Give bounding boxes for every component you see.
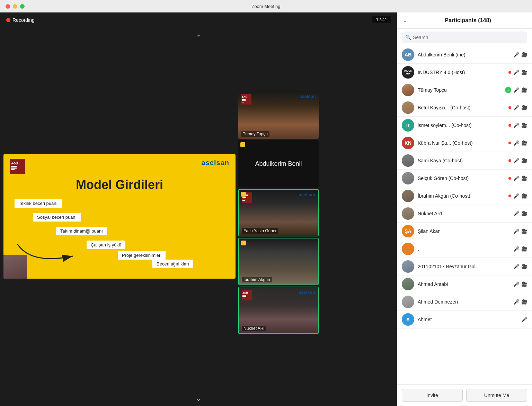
participant-row: · . 🎤̶ 🎥̶: [397, 240, 532, 258]
panel-title: Participants (148): [410, 17, 526, 24]
tile-agu-logo-nukhet: AGÜ: [242, 290, 252, 300]
mic-icon-nukhet: 🎤: [513, 211, 519, 216]
agu-logo-slide: AGÜ: [10, 159, 25, 174]
participant-icons-dot: 🎤̶ 🎥̶: [513, 246, 527, 252]
participant-name-ahmad: Ahmad Antabi: [418, 281, 510, 287]
participant-icons-ismet: 🎤̶ 🎥̶: [508, 123, 527, 128]
mic-muted-icon-kubra: 🎤̶: [513, 140, 519, 146]
tile-name-abdulkerim-center: Abdulkerim Benli: [255, 160, 302, 168]
title-bar: Zoom Meeting: [0, 0, 532, 12]
panel-collapse-button[interactable]: ⌄: [403, 18, 407, 23]
unmute-me-button[interactable]: Unmute Me: [466, 389, 527, 402]
cam-muted-icon-silan: 🎥̶: [521, 228, 527, 234]
cam-icon-ibrahim: 🎥: [521, 193, 527, 199]
participant-icons-beyzanur: 🎤̶ 🎥̶: [513, 264, 527, 269]
tile-brand-fatih: aselsan: [299, 192, 315, 197]
tile-name-nukhet: Nükhet ARI: [242, 326, 266, 331]
tile-header-nukhet: AGÜ aselsan: [242, 290, 315, 300]
traffic-lights: [6, 4, 25, 9]
mic-muted-icon-ahmad: 🎤̶: [513, 281, 519, 287]
participant-icons-tumay: + 🎤 🎥: [505, 87, 527, 93]
participant-row: Sami Kaya (Co-host) 🎤̶ 🎥̶: [397, 152, 532, 170]
svg-text:AGÜ: AGÜ: [242, 291, 248, 294]
svg-rect-19: [242, 296, 246, 297]
scroll-down-button[interactable]: ⌄: [196, 394, 202, 403]
avatar-selcuk: [402, 172, 414, 184]
video-area: Recording 12:41 ⌃ AGÜ aselsan: [0, 12, 397, 406]
tile-speaking-indicator-ibrahim: ⚡: [241, 241, 246, 245]
cam-muted-icon-sami: 🎥̶: [521, 158, 527, 163]
avatar-sami: [402, 154, 414, 167]
cam-muted-icon-dot: 🎥̶: [521, 246, 527, 252]
window-title: Zoom Meeting: [251, 4, 280, 9]
search-input[interactable]: [402, 31, 527, 43]
close-button[interactable]: [6, 4, 10, 9]
video-tile-nukhet: AGÜ aselsan Nükhet ARI: [238, 287, 319, 334]
avatar-silan: ŞA: [402, 225, 414, 237]
avatar-ismet: is: [402, 119, 414, 132]
video-tile-fatih: AGÜ aselsan ⚡ Fatih Yasin Güner: [238, 189, 319, 236]
stair-item-5: Proje gereksinimleri: [118, 251, 166, 260]
stairs-diagram: Teknik beceri puanı Sosyal beceri puanı …: [3, 192, 236, 268]
video-tile-abdulkerim: Abdulkerim Benli ⚡: [238, 140, 319, 188]
participant-name-nukhet-p: Nükhet ARI: [418, 211, 510, 216]
cam-muted-icon-selcuk: 🎥̶: [521, 175, 527, 181]
participant-icons-betul: 🎤 🎥: [508, 105, 527, 110]
cam-muted-icon-abdulkerim: 🎥̶: [521, 52, 527, 57]
fullscreen-button[interactable]: [20, 4, 25, 9]
participant-row: Betül Kayışo... (Co-host) 🎤 🎥: [397, 99, 532, 117]
recording-dot: [6, 18, 10, 22]
participant-name-ismet: ismet söylem... (Co-host): [418, 123, 505, 128]
cam-icon-betul: 🎥: [521, 105, 527, 110]
tile-speaking-indicator-abdulkerim: ⚡: [240, 142, 245, 147]
cam-muted-icon-industry: 🎥̶: [521, 70, 527, 75]
red-dot-ibrahim: [508, 195, 511, 197]
time-display: 12:41: [372, 16, 391, 23]
svg-rect-13: [242, 197, 246, 198]
recording-badge: Recording: [6, 17, 35, 23]
participant-row: 2011021017 Beyzanur Gül 🎤̶ 🎥̶: [397, 258, 532, 276]
participant-row: ŞA Şilan Akan 🎤̶ 🎥̶: [397, 223, 532, 240]
red-dot-industry: [508, 71, 511, 74]
participants-list: AB Abdulkerim Benli (me) 🎤̶ 🎥̶ INDUSTRY …: [397, 46, 532, 384]
participant-name-industry: INDUSTRY 4.0 (Host): [418, 70, 505, 75]
presentation-slide: AGÜ aselsan Model Girdileri Teknik becer…: [3, 154, 236, 279]
invite-button[interactable]: Invite: [402, 389, 463, 402]
participant-row: İbrahim Akgün (Co-host) 🎤 🎥: [397, 187, 532, 205]
aselsan-logo-slide: aselsan: [202, 159, 229, 167]
scroll-up-button[interactable]: ⌃: [196, 33, 202, 42]
svg-text:AGÜ: AGÜ: [242, 96, 247, 98]
participant-icons-selcuk: 🎤̶ 🎥̶: [508, 175, 527, 181]
panel-header: ⌄ Participants (148): [397, 12, 532, 29]
participant-name-beyzanur: 2011021017 Beyzanur Gül: [418, 264, 510, 269]
avatar-abdulkerim: AB: [402, 48, 414, 61]
minimize-button[interactable]: [13, 4, 17, 9]
green-plus-icon-tumay: +: [505, 87, 511, 93]
participant-icons-ahmet: 🎤̶: [521, 317, 527, 322]
cam-muted-icon-ismet: 🎥̶: [521, 123, 527, 128]
svg-rect-4: [11, 169, 15, 170]
participant-name-tumay: Tümay Topçu: [418, 87, 502, 93]
participant-name-sami: Sami Kaya (Co-host): [418, 158, 505, 163]
participant-name-ibrahim-p: İbrahim Akgün (Co-host): [418, 193, 505, 199]
tile-header-fatih: AGÜ aselsan: [242, 192, 315, 203]
tile-agu-logo-tumay: AGÜ: [241, 94, 251, 105]
svg-rect-15: [242, 200, 245, 201]
participant-row: Ahmed Demirezen 🎤̶ 🎥̶: [397, 293, 532, 311]
avatar-betul: [402, 101, 414, 114]
cam-muted-icon-kubra: 🎥̶: [521, 140, 527, 146]
video-column: AGÜ aselsan Tümay Topçu Abdulkerim Benli…: [238, 91, 319, 334]
tile-brand-tumay: aselsan: [299, 94, 316, 99]
tile-name-ibrahim: İbrahim Akgün: [242, 277, 272, 282]
participant-icons-nukhet: 🎤 🎥: [513, 211, 527, 216]
mic-muted-icon-ahmed-d: 🎤̶: [513, 299, 519, 305]
avatar-ahmed-d: [402, 296, 414, 308]
mic-icon-tumay: 🎤: [513, 87, 519, 93]
participant-row: Selçuk Gören (Co-host) 🎤̶ 🎥̶: [397, 170, 532, 187]
avatar-industry: INDUSTRY: [402, 66, 414, 79]
svg-rect-20: [242, 298, 245, 298]
avatar-ahmet: A: [402, 313, 414, 326]
panel-footer: Invite Unmute Me: [397, 384, 532, 406]
stair-item-2: Sosyal beceri puanı: [33, 213, 81, 222]
tile-speaking-indicator-fatih: ⚡: [241, 192, 246, 197]
